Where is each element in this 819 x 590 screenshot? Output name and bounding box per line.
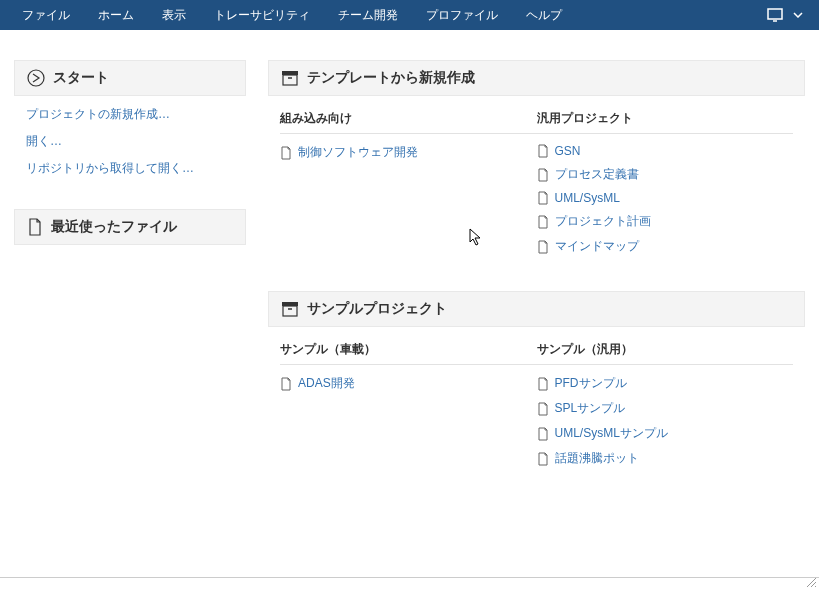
arrow-right-circle-icon	[27, 69, 45, 87]
templates-col1-header: 組み込み向け	[280, 102, 537, 134]
document-icon	[537, 452, 549, 466]
footer-border	[0, 577, 819, 578]
chevron-down-icon[interactable]	[793, 12, 803, 18]
menu-traceability[interactable]: トレーサビリティ	[200, 0, 324, 30]
tmpl-uml-sysml[interactable]: UML/SysML	[537, 191, 794, 205]
sample-label: PFDサンプル	[555, 375, 627, 392]
samples-panel-header: サンプルプロジェクト	[268, 291, 805, 327]
sample-label: UML/SysMLサンプル	[555, 425, 668, 442]
templates-columns: 組み込み向け 制御ソフトウェア開発 汎用プロジェクト GSN	[268, 96, 805, 269]
document-icon	[27, 218, 43, 236]
templates-col-embedded: 組み込み向け 制御ソフトウェア開発	[280, 102, 537, 255]
right-column: テンプレートから新規作成 組み込み向け 制御ソフトウェア開発 汎用プロジェクト	[268, 60, 805, 568]
sample-hot-pot[interactable]: 話題沸騰ポット	[537, 450, 794, 467]
sample-label: ADAS開発	[298, 375, 355, 392]
sample-label: 話題沸騰ポット	[555, 450, 639, 467]
tmpl-process-def[interactable]: プロセス定義書	[537, 166, 794, 183]
samples-columns: サンプル（車載） ADAS開発 サンプル（汎用） PFDサンプル	[268, 327, 805, 481]
templates-col2-header: 汎用プロジェクト	[537, 102, 794, 134]
samples-col-automotive: サンプル（車載） ADAS開発	[280, 333, 537, 467]
sample-adas[interactable]: ADAS開発	[280, 375, 537, 392]
tmpl-label: GSN	[555, 144, 581, 158]
menubar-right	[767, 8, 811, 22]
samples-col2-list: PFDサンプル SPLサンプル UML/SysMLサンプル 話題沸騰ポ	[537, 375, 794, 467]
menu-help[interactable]: ヘルプ	[512, 0, 576, 30]
document-icon	[537, 427, 549, 441]
tmpl-project-plan[interactable]: プロジェクト計画	[537, 213, 794, 230]
document-icon	[537, 144, 549, 158]
document-icon	[537, 240, 549, 254]
recent-panel: 最近使ったファイル	[14, 209, 246, 245]
resize-grip-icon[interactable]	[805, 576, 817, 588]
menu-file[interactable]: ファイル	[8, 0, 84, 30]
templates-col-general: 汎用プロジェクト GSN プロセス定義書 UML/SysML	[537, 102, 794, 255]
menu-team-dev[interactable]: チーム開発	[324, 0, 412, 30]
archive-icon	[281, 70, 299, 86]
menu-view[interactable]: 表示	[148, 0, 200, 30]
recent-panel-header: 最近使ったファイル	[14, 209, 246, 245]
svg-line-9	[807, 578, 816, 587]
svg-rect-0	[768, 9, 782, 19]
templates-col2-list: GSN プロセス定義書 UML/SysML プロジェクト計画	[537, 144, 794, 255]
start-panel-header: スタート	[14, 60, 246, 96]
tmpl-gsn[interactable]: GSN	[537, 144, 794, 158]
svg-rect-7	[283, 306, 297, 316]
menu-profile[interactable]: プロファイル	[412, 0, 512, 30]
document-icon	[537, 215, 549, 229]
samples-col2-header: サンプル（汎用）	[537, 333, 794, 365]
link-open-from-repo[interactable]: リポジトリから取得して開く…	[26, 160, 234, 177]
tmpl-label: プロセス定義書	[555, 166, 639, 183]
svg-rect-4	[283, 75, 297, 85]
templates-panel-header: テンプレートから新規作成	[268, 60, 805, 96]
templates-title: テンプレートから新規作成	[307, 69, 475, 87]
menu-home[interactable]: ホーム	[84, 0, 148, 30]
samples-col-general: サンプル（汎用） PFDサンプル SPLサンプル UML/SysMLサンプ	[537, 333, 794, 467]
link-new-project[interactable]: プロジェクトの新規作成…	[26, 106, 234, 123]
document-icon	[280, 146, 292, 160]
document-icon	[280, 377, 292, 391]
tmpl-label: プロジェクト計画	[555, 213, 651, 230]
svg-line-11	[815, 586, 816, 587]
sample-uml-sysml[interactable]: UML/SysMLサンプル	[537, 425, 794, 442]
templates-col1-list: 制御ソフトウェア開発	[280, 144, 537, 161]
link-open[interactable]: 開く…	[26, 133, 234, 150]
document-icon	[537, 191, 549, 205]
main-content: スタート プロジェクトの新規作成… 開く… リポジトリから取得して開く… 最近使…	[0, 30, 819, 578]
start-panel: スタート プロジェクトの新規作成… 開く… リポジトリから取得して開く…	[14, 60, 246, 187]
svg-rect-6	[282, 302, 298, 306]
templates-panel: テンプレートから新規作成 組み込み向け 制御ソフトウェア開発 汎用プロジェクト	[268, 60, 805, 269]
start-links: プロジェクトの新規作成… 開く… リポジトリから取得して開く…	[14, 96, 246, 187]
samples-col1-list: ADAS開発	[280, 375, 537, 392]
archive-icon	[281, 301, 299, 317]
tmpl-label: UML/SysML	[555, 191, 620, 205]
monitor-icon[interactable]	[767, 8, 783, 22]
document-icon	[537, 402, 549, 416]
document-icon	[537, 377, 549, 391]
menubar: ファイル ホーム 表示 トレーサビリティ チーム開発 プロファイル ヘルプ	[0, 0, 819, 30]
tmpl-label: マインドマップ	[555, 238, 639, 255]
svg-point-2	[28, 70, 44, 86]
left-column: スタート プロジェクトの新規作成… 開く… リポジトリから取得して開く… 最近使…	[14, 60, 246, 568]
start-title: スタート	[53, 69, 109, 87]
tmpl-control-software[interactable]: 制御ソフトウェア開発	[280, 144, 537, 161]
samples-panel: サンプルプロジェクト サンプル（車載） ADAS開発 サンプル（汎用）	[268, 291, 805, 481]
tmpl-mindmap[interactable]: マインドマップ	[537, 238, 794, 255]
samples-col1-header: サンプル（車載）	[280, 333, 537, 365]
document-icon	[537, 168, 549, 182]
recent-title: 最近使ったファイル	[51, 218, 177, 236]
samples-title: サンプルプロジェクト	[307, 300, 447, 318]
sample-label: SPLサンプル	[555, 400, 626, 417]
tmpl-label: 制御ソフトウェア開発	[298, 144, 418, 161]
menubar-items: ファイル ホーム 表示 トレーサビリティ チーム開発 プロファイル ヘルプ	[8, 0, 576, 30]
sample-spl[interactable]: SPLサンプル	[537, 400, 794, 417]
sample-pfd[interactable]: PFDサンプル	[537, 375, 794, 392]
